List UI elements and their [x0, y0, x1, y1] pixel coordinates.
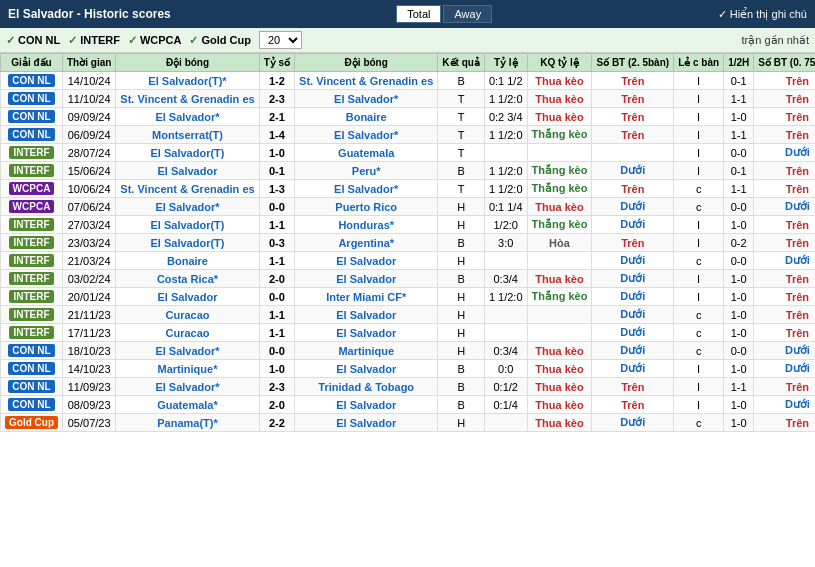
- league-badge: WCPCA: [1, 180, 63, 198]
- match-score: 1-1: [259, 252, 294, 270]
- team1-name: Bonaire: [116, 252, 259, 270]
- lec-value: c: [674, 198, 724, 216]
- team2-name: Inter Miami CF*: [295, 288, 438, 306]
- table-row: CON NL 18/10/23 El Salvador* 0-0 Martini…: [1, 342, 816, 360]
- match-date: 08/09/23: [63, 396, 116, 414]
- match-result: B: [438, 396, 485, 414]
- league-badge: CON NL: [1, 126, 63, 144]
- count-select[interactable]: 20 30 50: [259, 31, 302, 49]
- sobt2-value: Trên: [754, 180, 815, 198]
- match-score: 2-0: [259, 396, 294, 414]
- match-score: 2-3: [259, 90, 294, 108]
- league-badge: INTERF: [1, 234, 63, 252]
- tab-total[interactable]: Total: [396, 5, 441, 23]
- match-score: 2-2: [259, 414, 294, 432]
- sobt1-value: Trên: [592, 396, 674, 414]
- team2-name: El Salvador*: [295, 180, 438, 198]
- sobt2-value: Trên: [754, 90, 815, 108]
- lec-value: I: [674, 144, 724, 162]
- kq-result: Thua kèo: [527, 342, 592, 360]
- league-badge: Gold Cup: [1, 414, 63, 432]
- col-lec: Lẻ c bàn: [674, 54, 724, 72]
- match-result: H: [438, 198, 485, 216]
- team2-name: Honduras*: [295, 216, 438, 234]
- sobt2-value: Dưới: [754, 342, 815, 360]
- col-team1: Đội bóng: [116, 54, 259, 72]
- match-date: 21/11/23: [63, 306, 116, 324]
- sobt2-value: Trên: [754, 162, 815, 180]
- table-row: INTERF 03/02/24 Costa Rica* 2-0 El Salva…: [1, 270, 816, 288]
- sobt1-value: Dưới: [592, 288, 674, 306]
- kq-result: Thắng kèo: [527, 162, 592, 180]
- lec-value: c: [674, 342, 724, 360]
- sobt2-value: Dưới: [754, 252, 815, 270]
- half-score: 0-0: [724, 198, 754, 216]
- league-badge: CON NL: [1, 396, 63, 414]
- match-date: 11/10/24: [63, 90, 116, 108]
- filter-wcpca[interactable]: ✓ WCPCA: [128, 34, 182, 47]
- team2-name: El Salvador*: [295, 90, 438, 108]
- kq-result: [527, 252, 592, 270]
- kq-result: Thua kèo: [527, 360, 592, 378]
- kq-result: Thua kèo: [527, 396, 592, 414]
- sobt1-value: Trên: [592, 378, 674, 396]
- team1-name: El Salvador(T): [116, 144, 259, 162]
- match-result: T: [438, 144, 485, 162]
- match-result: H: [438, 216, 485, 234]
- team2-name: El Salvador: [295, 414, 438, 432]
- sobt1-value: Trên: [592, 108, 674, 126]
- lec-value: c: [674, 180, 724, 198]
- half-score: 1-0: [724, 306, 754, 324]
- col-sobt2: Số BT (0. 75bàn): [754, 54, 815, 72]
- league-badge: CON NL: [1, 378, 63, 396]
- tab-away[interactable]: Away: [443, 5, 492, 23]
- team2-name: Guatemala: [295, 144, 438, 162]
- sobt2-value: Trên: [754, 108, 815, 126]
- kq-result: [527, 306, 592, 324]
- filter-goldcup[interactable]: ✓ Gold Cup: [189, 34, 251, 47]
- team2-name: El Salvador: [295, 360, 438, 378]
- match-result: T: [438, 180, 485, 198]
- col-sobt1: Số BT (2. 5bàn): [592, 54, 674, 72]
- team2-name: El Salvador: [295, 324, 438, 342]
- sobt1-value: Dưới: [592, 270, 674, 288]
- kq-result: Thua kèo: [527, 108, 592, 126]
- half-score: 1-0: [724, 360, 754, 378]
- filter-connl[interactable]: ✓ CON NL: [6, 34, 60, 47]
- match-score: 1-1: [259, 324, 294, 342]
- sobt1-value: Dưới: [592, 216, 674, 234]
- team2-name: Trinidad & Tobago: [295, 378, 438, 396]
- ratio-value: 0:0: [484, 360, 527, 378]
- sobt1-value: Trên: [592, 126, 674, 144]
- lec-value: c: [674, 252, 724, 270]
- sobt2-value: Trên: [754, 72, 815, 90]
- sobt2-value: Dưới: [754, 198, 815, 216]
- match-score: 0-0: [259, 288, 294, 306]
- team1-name: El Salvador: [116, 288, 259, 306]
- sobt1-value: Dưới: [592, 162, 674, 180]
- match-score: 0-0: [259, 342, 294, 360]
- filter-bar: ✓ CON NL ✓ INTERF ✓ WCPCA ✓ Gold Cup 20 …: [0, 28, 815, 53]
- league-badge: INTERF: [1, 144, 63, 162]
- league-badge: INTERF: [1, 216, 63, 234]
- half-score: 0-0: [724, 144, 754, 162]
- team2-name: El Salvador: [295, 396, 438, 414]
- match-date: 11/09/23: [63, 378, 116, 396]
- lec-value: I: [674, 162, 724, 180]
- ratio-value: 0:1 1/4: [484, 198, 527, 216]
- filter-interf[interactable]: ✓ INTERF: [68, 34, 120, 47]
- league-badge: INTERF: [1, 252, 63, 270]
- ratio-value: 0:1/2: [484, 378, 527, 396]
- team1-name: El Salvador(T): [116, 234, 259, 252]
- table-row: INTERF 21/03/24 Bonaire 1-1 El Salvador …: [1, 252, 816, 270]
- lec-value: I: [674, 126, 724, 144]
- lec-value: I: [674, 360, 724, 378]
- half-score: 1-0: [724, 324, 754, 342]
- ratio-value: 0:3/4: [484, 270, 527, 288]
- sobt1-value: Dưới: [592, 306, 674, 324]
- kq-result: Thua kèo: [527, 414, 592, 432]
- league-badge: CON NL: [1, 360, 63, 378]
- lec-value: I: [674, 216, 724, 234]
- match-date: 20/01/24: [63, 288, 116, 306]
- league-badge: INTERF: [1, 270, 63, 288]
